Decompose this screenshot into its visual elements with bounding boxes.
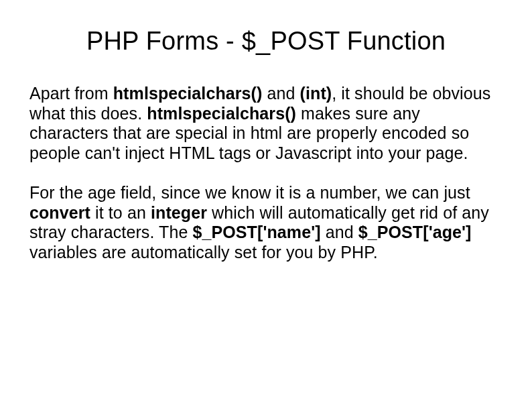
text: and [262, 84, 300, 103]
code-htmlspecialchars: htmlspecialchars() [113, 84, 263, 103]
text: variables are automatically set for you … [29, 243, 378, 262]
text: Apart from [29, 84, 113, 103]
code-post-age: $_POST['age'] [358, 223, 472, 241]
text: For the age field, since we know it is a… [29, 183, 470, 202]
text: and [321, 223, 358, 241]
paragraph-1: Apart from htmlspecialchars() and (int),… [29, 84, 503, 163]
bold-integer: integer [151, 203, 207, 222]
text: it to an [90, 203, 151, 222]
code-htmlspecialchars: htmlspecialchars() [147, 104, 296, 123]
code-int-cast: (int) [300, 84, 332, 103]
bold-convert: convert [29, 203, 90, 222]
paragraph-2: For the age field, since we know it is a… [29, 183, 503, 262]
code-post-name: $_POST['name'] [193, 223, 321, 241]
slide-title: PHP Forms - $_POST Function [29, 27, 503, 56]
